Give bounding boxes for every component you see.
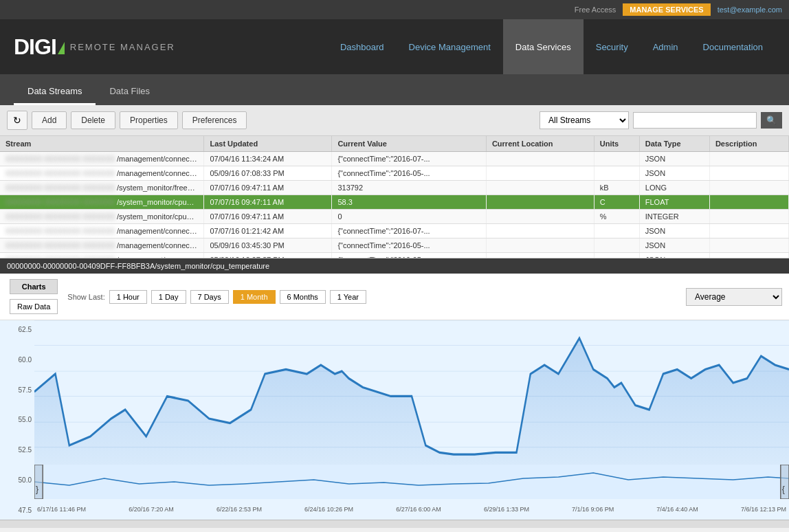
table-row[interactable]: XXXXXXXX XXXXXXXX XXXXXXX /management/co… [0, 253, 789, 259]
y-axis: 62.5 60.0 57.5 55.0 52.5 50.0 47.5 [0, 320, 34, 520]
subnav-data-files[interactable]: Data Files [96, 79, 164, 105]
table-cell-3: kB [594, 181, 639, 195]
manage-services-button[interactable]: MANAGE SERVICES [623, 3, 710, 16]
x-axis: 6/17/16 11:46 PM 6/20/16 7:20 AM 6/22/16… [34, 499, 789, 520]
x-label-4: 6/27/16 6:00 AM [396, 506, 441, 513]
logo-area: DIGI REMOTE MANAGER [14, 34, 175, 60]
logo-digi: DIGI [14, 34, 65, 60]
properties-button[interactable]: Properties [120, 111, 178, 129]
table-cell-3 [594, 253, 639, 259]
table-cell-4: JSON [639, 152, 709, 166]
toolbar: ↻ Add Delete Properties Preferences All … [0, 105, 789, 136]
table-row[interactable]: XXXXXXXX XXXXXXXX XXXXXXX /management/co… [0, 166, 789, 181]
table-row[interactable]: XXXXXXXX XXXXXXXX XXXXXXX /management/co… [0, 239, 789, 253]
stream-cell: XXXXXXXX XXXXXXXX XXXXXXX /system_monito… [0, 181, 204, 195]
x-label-6: 7/1/16 9:06 PM [572, 506, 614, 513]
table-cell-1: {"connectTime":"2016-05-... [332, 239, 487, 253]
table-cell-0: 07/07/16 09:47:11 AM [204, 195, 332, 210]
streams-dropdown-area: All Streams My Streams Shared Streams 🔍 [540, 111, 782, 129]
col-current-location: Current Location [486, 136, 594, 152]
x-label-0: 6/17/16 11:46 PM [37, 506, 86, 513]
time-1hour[interactable]: 1 Hour [109, 290, 147, 304]
table-cell-5 [709, 195, 788, 210]
table-cell-1: {"connectTime":"2016-07-... [332, 224, 487, 239]
table-row[interactable]: XXXXXXXX XXXXXXXX XXXXXXX /system_monito… [0, 195, 789, 210]
streams-select[interactable]: All Streams My Streams Shared Streams [540, 111, 629, 129]
table-cell-0: 07/07/16 09:47:11 AM [204, 181, 332, 195]
time-6months[interactable]: 6 Months [280, 290, 326, 304]
stream-device-id: XXXXXXXX XXXXXXXX XXXXXXX [5, 199, 115, 206]
nav-dashboard[interactable]: Dashboard [328, 19, 397, 74]
nav-security[interactable]: Security [584, 19, 641, 74]
stream-cell: XXXXXXXX XXXXXXXX XXXXXXX /system_monito… [0, 195, 204, 210]
nav-data-services[interactable]: Data Services [503, 19, 584, 74]
search-button[interactable]: 🔍 [761, 112, 782, 129]
chart-controls: Charts Raw Data Show Last: 1 Hour 1 Day … [0, 274, 789, 320]
table-row[interactable]: XXXXXXXX XXXXXXXX XXXXXXX /system_monito… [0, 181, 789, 195]
y-55: 55.0 [3, 416, 32, 423]
show-last-label: Show Last: [67, 293, 104, 301]
raw-data-tab[interactable]: Raw Data [10, 299, 58, 314]
table-cell-5 [709, 181, 788, 195]
chart-right-controls: Average Min Max [686, 288, 782, 306]
charts-tab[interactable]: Charts [10, 279, 58, 294]
table-cell-0: 07/07/16 01:21:42 AM [204, 224, 332, 239]
top-bar: Free Access MANAGE SERVICES test@example… [0, 0, 789, 19]
stream-cell: XXXXXXXX XXXXXXXX XXXXXXX /system_monito… [0, 210, 204, 224]
stream-device-id: XXXXXXXX XXXXXXXX XXXXXXX [5, 213, 115, 221]
table-cell-4: JSON [639, 166, 709, 181]
col-data-type: Data Type [639, 136, 709, 152]
y-50: 50.0 [3, 476, 32, 484]
stream-path: /management/connections [115, 241, 204, 250]
stream-cell: XXXXXXXX XXXXXXXX XXXXXXX /management/co… [0, 166, 204, 181]
x-label-3: 6/24/16 10:26 PM [304, 506, 353, 513]
table-cell-1: {"connectTime":"2016-05-... [332, 166, 487, 181]
user-email: test@example.com [718, 5, 782, 14]
nav-admin[interactable]: Admin [641, 19, 691, 74]
x-label-8: 7/6/16 12:13 PM [741, 506, 786, 513]
table-cell-0: 05/09/16 03:45:30 PM [204, 239, 332, 253]
refresh-button[interactable]: ↻ [7, 111, 27, 130]
table-cell-5 [709, 210, 788, 224]
table-cell-2 [486, 166, 594, 181]
table-cell-0: 07/07/16 09:47:11 AM [204, 210, 332, 224]
horizontal-scrollbar[interactable] [0, 520, 789, 528]
col-last-updated: Last Updated [204, 136, 332, 152]
logo-sub: REMOTE MANAGER [70, 42, 175, 52]
x-label-1: 6/20/16 7:20 AM [129, 506, 174, 513]
time-1year[interactable]: 1 Year [330, 290, 366, 304]
table-row[interactable]: XXXXXXXX XXXXXXXX XXXXXXX /system_monito… [0, 210, 789, 224]
table-cell-1: {"connectTime":"2016-07-... [332, 152, 487, 166]
time-1day[interactable]: 1 Day [151, 290, 186, 304]
stream-cell: XXXXXXXX XXXXXXXX XXXXXXX /management/co… [0, 152, 204, 166]
preferences-button[interactable]: Preferences [182, 111, 247, 129]
time-7days[interactable]: 7 Days [190, 290, 229, 304]
table-row[interactable]: XXXXXXXX XXXXXXXX XXXXXXX /management/co… [0, 152, 789, 166]
table-cell-3: % [594, 210, 639, 224]
table-row[interactable]: XXXXXXXX XXXXXXXX XXXXXXX /management/co… [0, 224, 789, 239]
search-input[interactable] [633, 112, 757, 129]
free-access-label: Free Access [575, 5, 616, 14]
mini-chart: } { [34, 465, 789, 499]
nav-device-management[interactable]: Device Management [397, 19, 503, 74]
table-cell-4: LONG [639, 181, 709, 195]
stream-path: /management/connections [115, 227, 204, 235]
table-cell-1: 0 [332, 210, 487, 224]
col-description: Description [709, 136, 788, 152]
time-1month[interactable]: 1 Month [233, 290, 276, 304]
subnav-data-streams[interactable]: Data Streams [14, 79, 96, 105]
sub-nav: Data Streams Data Files [0, 74, 789, 105]
table-cell-0: 07/04/16 11:34:24 AM [204, 152, 332, 166]
stream-device-id: XXXXXXXX XXXXXXXX XXXXXXX [5, 228, 115, 235]
col-units: Units [594, 136, 639, 152]
stream-path: /system_monitor/cpu_temperature [115, 198, 204, 206]
table-cell-2 [486, 152, 594, 166]
delete-button[interactable]: Delete [71, 111, 115, 129]
table-cell-4: INTEGER [639, 210, 709, 224]
y-52.5: 52.5 [3, 446, 32, 454]
nav-documentation[interactable]: Documentation [691, 19, 775, 74]
add-button[interactable]: Add [32, 111, 67, 129]
table-cell-0: 05/02/16 12:27:37 PM [204, 253, 332, 259]
table-cell-1: 58.3 [332, 195, 487, 210]
avg-select[interactable]: Average Min Max [686, 288, 782, 306]
